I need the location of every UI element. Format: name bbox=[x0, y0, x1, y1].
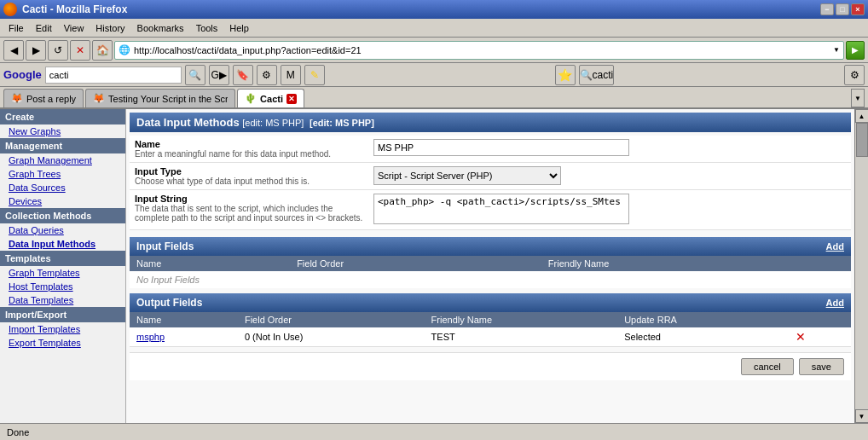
menu-bookmarks[interactable]: Bookmarks bbox=[132, 21, 189, 35]
sidebar-item-graph-management[interactable]: Graph Management bbox=[0, 153, 125, 167]
back-button[interactable]: ◀ bbox=[3, 40, 24, 61]
cacti-search-label: cacti bbox=[593, 69, 614, 81]
delete-row-button[interactable]: ✕ bbox=[796, 330, 806, 344]
out-col-friendly-name: Friendly Name bbox=[425, 312, 618, 327]
input-string-textarea[interactable]: <path_php> -q <path_cacti>/scripts/ss_SM… bbox=[373, 194, 629, 224]
mail-button[interactable]: M bbox=[281, 65, 301, 85]
scrollbar[interactable]: ▲ ▼ bbox=[854, 109, 868, 423]
tab-close-button[interactable]: ✕ bbox=[286, 94, 297, 104]
minimize-button[interactable]: − bbox=[820, 3, 834, 15]
scroll-down-button[interactable]: ▼ bbox=[855, 409, 869, 423]
sidebar-item-data-queries[interactable]: Data Queries bbox=[0, 223, 125, 237]
home-button[interactable]: 🏠 bbox=[92, 40, 113, 61]
address-input[interactable] bbox=[134, 45, 830, 55]
stop-button[interactable]: ✕ bbox=[70, 40, 90, 61]
form-row-input-type: Input Type Choose what type of data inpu… bbox=[130, 163, 851, 190]
cancel-button[interactable]: cancel bbox=[741, 358, 794, 375]
menu-history[interactable]: History bbox=[90, 21, 130, 35]
sidebar-item-import-templates[interactable]: Import Templates bbox=[0, 322, 125, 336]
tab-cacti[interactable]: 🌵 Cacti ✕ bbox=[237, 89, 304, 107]
input-fields-header-row: Name Field Order Friendly Name bbox=[130, 256, 851, 271]
search-input[interactable] bbox=[45, 67, 182, 84]
bookmark-button[interactable]: 🔖 bbox=[233, 65, 253, 85]
edit-label: [edit: MS PHP] bbox=[242, 118, 304, 128]
input-string-desc: The data that is sent to the script, whi… bbox=[135, 204, 363, 223]
bookmark-star[interactable]: ⭐ bbox=[555, 65, 576, 85]
input-fields-add[interactable]: Add bbox=[826, 241, 844, 252]
address-dropdown[interactable]: ▼ bbox=[833, 46, 840, 54]
input-string-label: Input String bbox=[135, 194, 363, 204]
sidebar-item-new-graphs[interactable]: New Graphs bbox=[0, 124, 125, 138]
tab-dropdown[interactable]: ▼ bbox=[851, 89, 865, 107]
sidebar-item-export-templates[interactable]: Export Templates bbox=[0, 336, 125, 350]
output-row-name[interactable]: msphp bbox=[136, 332, 165, 342]
tab-label-2: Cacti bbox=[260, 94, 283, 104]
search-go[interactable]: G▶ bbox=[209, 65, 229, 85]
forward-button[interactable]: ▶ bbox=[26, 40, 46, 61]
save-button[interactable]: save bbox=[799, 358, 844, 375]
page-options[interactable]: ⚙ bbox=[844, 65, 865, 85]
tab-icon-2: 🌵 bbox=[245, 93, 257, 104]
input-fields-header: Input Fields Add bbox=[130, 237, 851, 256]
google-search-box: Google 🔍 G▶ 🔖 ⚙ M ✎ bbox=[3, 65, 325, 85]
firefox-icon bbox=[3, 3, 17, 16]
sidebar-header-collection-methods: Collection Methods bbox=[0, 208, 125, 223]
output-fields-add[interactable]: Add bbox=[826, 298, 844, 308]
main-content: Data Input Methods [edit: MS PHP] [edit:… bbox=[126, 109, 854, 423]
search-bar: Google 🔍 G▶ 🔖 ⚙ M ✎ ⭐ 🔍 cacti ⚙ bbox=[0, 63, 868, 87]
tab-icon-0: 🦊 bbox=[11, 93, 23, 104]
window-title-bar: Cacti - Mozilla Firefox − □ × bbox=[0, 0, 868, 19]
google-label: Google bbox=[3, 68, 42, 81]
output-fields-header-row: Name Field Order Friendly Name Update RR… bbox=[130, 312, 851, 327]
output-row-friendly-name: TEST bbox=[425, 327, 618, 347]
scroll-thumb[interactable] bbox=[856, 123, 868, 157]
tab-post-reply[interactable]: 🦊 Post a reply bbox=[3, 89, 84, 107]
search-options[interactable]: ⚙ bbox=[257, 65, 277, 85]
sidebar-item-devices[interactable]: Devices bbox=[0, 194, 125, 208]
menu-edit[interactable]: Edit bbox=[31, 21, 57, 35]
sidebar-header-management: Management bbox=[0, 138, 125, 153]
sidebar-header-templates: Templates bbox=[0, 251, 125, 266]
sidebar-item-data-sources[interactable]: Data Sources bbox=[0, 181, 125, 194]
tab-label-1: Testing Your Script in the Scr... bbox=[108, 94, 228, 104]
window-title: Cacti - Mozilla Firefox bbox=[22, 3, 127, 15]
tab-testing[interactable]: 🦊 Testing Your Script in the Scr... bbox=[85, 89, 235, 107]
page-section-header: Data Input Methods [edit: MS PHP] [edit:… bbox=[130, 113, 851, 132]
sidebar-item-host-templates[interactable]: Host Templates bbox=[0, 280, 125, 293]
sidebar-item-graph-trees[interactable]: Graph Trees bbox=[0, 167, 125, 181]
reload-button[interactable]: ↺ bbox=[48, 40, 68, 61]
out-col-name: Name bbox=[130, 312, 238, 327]
menu-view[interactable]: View bbox=[59, 21, 90, 35]
name-desc: Enter a meaningful name for this data in… bbox=[135, 149, 363, 159]
sidebar: Create New Graphs Management Graph Manag… bbox=[0, 109, 126, 423]
sidebar-item-data-input-methods[interactable]: Data Input Methods bbox=[0, 237, 125, 251]
scroll-up-button[interactable]: ▲ bbox=[855, 109, 869, 123]
address-bar: 🌐 ▼ bbox=[114, 41, 844, 60]
output-fields-header: Output Fields Add bbox=[130, 293, 851, 312]
sidebar-item-data-templates[interactable]: Data Templates bbox=[0, 293, 125, 307]
out-col-actions bbox=[789, 312, 851, 327]
cacti-search-btn[interactable]: 🔍 cacti bbox=[579, 65, 615, 85]
name-input[interactable] bbox=[373, 139, 629, 156]
sidebar-item-graph-templates[interactable]: Graph Templates bbox=[0, 266, 125, 280]
scroll-track bbox=[856, 123, 868, 409]
close-button[interactable]: × bbox=[851, 3, 865, 15]
input-type-select[interactable]: Script - Script Server (PHP) bbox=[373, 166, 561, 185]
sidebar-header-create: Create bbox=[0, 109, 125, 124]
tab-label-0: Post a reply bbox=[26, 94, 76, 104]
go-button[interactable]: ▶ bbox=[846, 41, 865, 60]
output-row-update-rra: Selected bbox=[617, 327, 789, 347]
search-button[interactable]: 🔍 bbox=[185, 65, 205, 85]
menu-tools[interactable]: Tools bbox=[191, 21, 223, 35]
sidebar-header-import-export: Import/Export bbox=[0, 307, 125, 322]
out-col-field-order: Field Order bbox=[238, 312, 425, 327]
toolbar: ◀ ▶ ↺ ✕ 🏠 🌐 ▼ ▶ bbox=[0, 38, 868, 63]
highlight-button[interactable]: ✎ bbox=[304, 65, 325, 85]
input-type-label: Input Type bbox=[135, 166, 363, 177]
name-label: Name bbox=[135, 139, 363, 149]
status-text: Done bbox=[7, 427, 29, 437]
menu-file[interactable]: File bbox=[3, 21, 29, 35]
status-bar: Done bbox=[0, 423, 868, 440]
menu-help[interactable]: Help bbox=[224, 21, 254, 35]
maximize-button[interactable]: □ bbox=[836, 3, 849, 15]
